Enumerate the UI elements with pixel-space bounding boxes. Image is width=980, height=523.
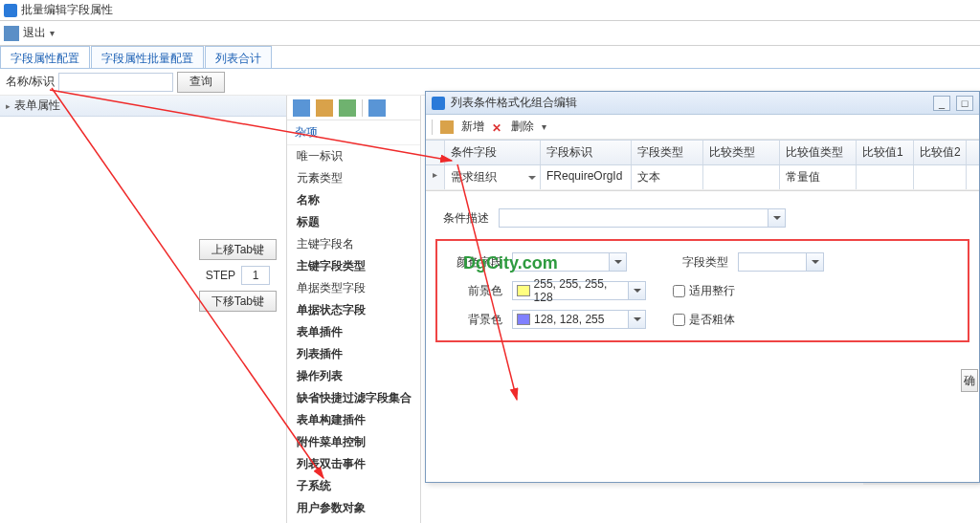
cell-cond-field[interactable]: 需求组织 — [445, 165, 541, 189]
step-input[interactable] — [241, 266, 270, 285]
group-header: 杂项 — [287, 120, 420, 145]
chevron-down-icon[interactable] — [768, 209, 785, 227]
col-field-type[interactable]: 字段类型 — [632, 141, 703, 164]
property-item[interactable]: 单据状态字段 — [287, 299, 420, 321]
mid-toolbar — [287, 96, 420, 120]
dialog-toolbar: 新增 ✕ 删除 ▾ — [426, 115, 979, 140]
property-item[interactable]: 名称 — [287, 189, 420, 211]
field-type-combo[interactable] — [738, 252, 824, 272]
bg-label: 背景色 — [449, 312, 502, 328]
tabstrip: 字段属性配置 字段属性批量配置 列表合计 — [0, 46, 980, 69]
property-item[interactable]: 操作列表 — [287, 365, 420, 387]
doc-icon[interactable] — [368, 99, 386, 117]
property-item[interactable]: 表单构建插件 — [287, 409, 420, 431]
cell-value1[interactable] — [857, 165, 914, 189]
step-label: STEP — [206, 269, 235, 282]
chevron-down-icon[interactable]: ▾ — [50, 28, 55, 38]
condition-grid: 条件字段 字段标识 字段类型 比较类型 比较值类型 比较值1 比较值2 ▸ 需求… — [426, 140, 979, 191]
field-type-label: 字段类型 — [675, 254, 728, 271]
minimize-icon[interactable]: _ — [933, 96, 950, 111]
tree-root: 表单属性 — [14, 98, 60, 114]
delete-icon: ✕ — [492, 121, 503, 133]
search-label: 名称/标识 — [6, 74, 55, 90]
add-button[interactable]: 新增 — [461, 119, 484, 135]
search-button[interactable]: 查询 — [177, 72, 225, 93]
cell-field-type[interactable]: 文本 — [632, 165, 703, 189]
bg-color-combo[interactable]: 128, 128, 255 — [512, 310, 646, 329]
property-item[interactable]: 唯一标识 — [287, 145, 420, 167]
property-item[interactable]: 附件菜单控制 — [287, 431, 420, 453]
watermark: DgCity.com — [463, 253, 558, 273]
separator — [432, 120, 433, 135]
property-item[interactable]: 缺省快捷过滤字段集合 — [287, 387, 420, 409]
whole-row-checkbox[interactable]: 适用整行 — [673, 283, 735, 299]
chevron-down-icon[interactable] — [806, 253, 823, 271]
property-list-panel: 杂项 唯一标识元素类型名称标题主键字段名主键字段类型单据类型字段单据状态字段表单… — [287, 96, 421, 523]
bg-swatch — [517, 314, 530, 325]
dialog-titlebar[interactable]: 列表条件格式化组合编辑 _ □ — [426, 92, 979, 115]
property-item[interactable]: 标题 — [287, 211, 420, 233]
tree-caret-icon: ▸ — [6, 101, 11, 111]
cell-compare-type[interactable] — [703, 165, 780, 189]
tab-batch-config[interactable]: 字段属性批量配置 — [91, 46, 204, 68]
cell-value-type[interactable]: 常量值 — [780, 165, 857, 189]
property-item[interactable]: 主键字段类型 — [287, 255, 420, 277]
move-up-button[interactable]: 上移Tab键 — [199, 239, 277, 260]
dialog-icon — [432, 97, 445, 110]
property-item[interactable]: 表单插件 — [287, 321, 420, 343]
cell-value2[interactable] — [914, 165, 967, 189]
search-input[interactable] — [58, 73, 173, 92]
property-item[interactable]: 用户参数对象 — [287, 497, 420, 519]
row-marker — [426, 141, 445, 164]
fg-label: 前景色 — [449, 283, 502, 299]
chevron-down-icon[interactable] — [609, 253, 626, 271]
add-icon — [440, 120, 454, 134]
bold-checkbox[interactable]: 是否粗体 — [673, 312, 735, 328]
whole-row-input[interactable] — [673, 285, 685, 297]
property-item[interactable]: 列表插件 — [287, 343, 420, 365]
dialog-title: 列表条件格式化组合编辑 — [451, 95, 577, 111]
property-item[interactable]: 子系统 — [287, 475, 420, 497]
bold-input[interactable] — [673, 314, 685, 326]
col-field-id[interactable]: 字段标识 — [541, 141, 632, 164]
main-toolbar: 退出 ▾ — [0, 21, 980, 46]
property-item[interactable]: 主键字段名 — [287, 233, 420, 255]
property-item[interactable]: 单据类型字段 — [287, 277, 420, 299]
chevron-down-icon[interactable] — [628, 282, 645, 299]
property-item[interactable]: 列表双击事件 — [287, 453, 420, 475]
col-value1[interactable]: 比较值1 — [857, 141, 914, 164]
property-item[interactable]: 模版 — [287, 519, 420, 523]
fg-color-combo[interactable]: 255, 255, 255, 128 — [512, 281, 646, 300]
tab-field-config[interactable]: 字段属性配置 — [0, 46, 90, 68]
col-compare-type[interactable]: 比较类型 — [703, 141, 780, 164]
separator — [362, 99, 363, 117]
col-cond-field[interactable]: 条件字段 — [445, 141, 541, 164]
category-icon[interactable] — [316, 99, 333, 117]
app-icon — [4, 4, 17, 17]
close-icon[interactable]: □ — [956, 96, 973, 111]
fg-value: 255, 255, 255, 128 — [534, 277, 626, 304]
row-marker: ▸ — [426, 165, 445, 189]
filter-icon[interactable] — [339, 99, 356, 117]
left-panel: ▸ 表单属性 上移Tab键 STEP 下移Tab键 — [0, 96, 287, 523]
fg-swatch — [517, 285, 530, 296]
sort-icon[interactable] — [293, 99, 310, 117]
property-item[interactable]: 元素类型 — [287, 167, 420, 189]
cell-field-id[interactable]: FRequireOrgId — [541, 165, 632, 189]
delete-button[interactable]: 删除 — [511, 119, 534, 135]
cond-desc-label: 条件描述 — [435, 210, 489, 227]
table-row[interactable]: ▸ 需求组织 FRequireOrgId 文本 常量值 — [426, 165, 979, 190]
tab-list-total[interactable]: 列表合计 — [205, 46, 272, 68]
chevron-down-icon[interactable] — [628, 311, 645, 328]
col-value2[interactable]: 比较值2 — [914, 141, 967, 164]
chevron-down-icon[interactable]: ▾ — [542, 121, 546, 132]
tree-header[interactable]: ▸ 表单属性 — [0, 96, 286, 117]
exit-button[interactable]: 退出 — [23, 25, 46, 41]
cond-desc-combo[interactable] — [499, 208, 786, 228]
exit-icon — [4, 26, 19, 41]
col-value-type[interactable]: 比较值类型 — [780, 141, 857, 164]
property-list: 唯一标识元素类型名称标题主键字段名主键字段类型单据类型字段单据状态字段表单插件列… — [287, 145, 420, 523]
move-down-button[interactable]: 下移Tab键 — [199, 291, 277, 312]
format-dialog: 列表条件格式化组合编辑 _ □ 新增 ✕ 删除 ▾ 条件字段 字段标识 字段类型… — [425, 91, 980, 483]
ok-button[interactable]: 确 — [961, 369, 978, 392]
